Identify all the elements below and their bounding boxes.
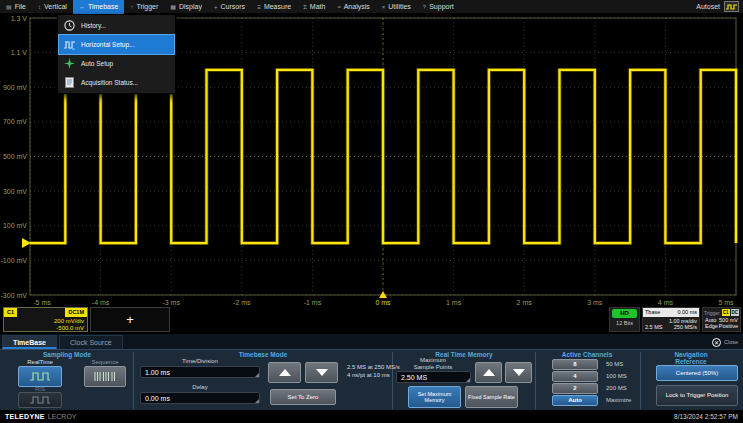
svg-text:500 mV: 500 mV xyxy=(3,153,27,160)
utilities-icon: × xyxy=(382,4,386,10)
section-divider xyxy=(535,352,536,409)
memory-increase-button[interactable] xyxy=(475,362,502,383)
descriptor-row: C1 DC1M 200 mV/div -500.0 mV + HD 12 Bit… xyxy=(0,307,743,333)
memory-decrease-button[interactable] xyxy=(505,362,532,383)
menu-cursors-label: Cursors xyxy=(220,3,245,10)
svg-text:4 ms: 4 ms xyxy=(658,299,674,306)
svg-text:2 ms: 2 ms xyxy=(517,299,533,306)
menu-support-label: Support xyxy=(429,3,454,10)
active-channels-auto-button[interactable]: Auto xyxy=(552,395,598,406)
autoset-button[interactable] xyxy=(724,1,739,12)
svg-text:300 mV: 300 mV xyxy=(3,188,27,195)
up-arrow-icon xyxy=(279,369,291,376)
set-to-zero-button[interactable]: Set To Zero xyxy=(270,389,336,405)
brand-teledyne: TELEDYNE xyxy=(5,413,45,420)
menu-item-acquisition-status[interactable]: Acquisition Status... xyxy=(59,73,174,92)
sequence-segments-icon xyxy=(93,371,117,382)
c1-channel-badge: C1 xyxy=(4,308,17,317)
max-sample-points-field[interactable]: 2.50 MS xyxy=(396,371,471,383)
time-division-label: Time/Division xyxy=(182,358,218,365)
set-maximum-memory-button[interactable]: Set Maximum Memory xyxy=(408,386,461,408)
active-channels-4-button[interactable]: 4 xyxy=(552,371,598,382)
file-icon: ▤ xyxy=(6,3,12,10)
sample-info-line2: 4 ns/pt at 10 ms xyxy=(347,371,400,379)
c1-offset: -500.0 mV xyxy=(4,325,84,332)
timebase-descriptor[interactable]: Tbase 0.00 ms 1.00 ms/div 2.5 MS 250 MS/… xyxy=(642,307,700,332)
menu-analysis[interactable]: ≈Analysis xyxy=(331,0,375,14)
time-division-increase-button[interactable] xyxy=(268,362,301,383)
lock-to-trigger-button[interactable]: Lock to Trigger Position xyxy=(656,385,738,406)
trigger-slope: Positive xyxy=(719,323,738,329)
up-arrow-icon xyxy=(483,369,495,376)
measure-icon: Ξ xyxy=(257,4,261,10)
fixed-sample-rate-button[interactable]: Fixed Sample Rate xyxy=(465,386,518,408)
section-divider xyxy=(392,352,393,409)
close-label: Close xyxy=(724,339,738,345)
vertical-icon: ↕ xyxy=(38,4,41,10)
menu-vertical[interactable]: ↕Vertical xyxy=(32,0,73,14)
navigation-reference-title: Navigation Reference xyxy=(665,351,717,365)
svg-text:0 ms: 0 ms xyxy=(375,299,391,306)
menu-item-horizontal-setup[interactable]: Horizontal Setup... xyxy=(59,35,174,54)
menu-item-history[interactable]: History... xyxy=(59,16,174,35)
auto-setup-icon xyxy=(63,57,76,70)
c1-scale: 200 mV/div xyxy=(4,318,84,325)
menu-trigger[interactable]: ↑Trigger xyxy=(124,0,164,14)
active-channels-auto-memory: Maximize xyxy=(606,397,631,403)
support-icon: ? xyxy=(423,4,426,10)
time-division-field[interactable]: 1.00 ms xyxy=(140,366,260,378)
dialog-tab-bar: TimeBase Clock Source ✕ Close xyxy=(0,334,743,349)
section-divider xyxy=(640,352,641,409)
realtime-mode-button[interactable] xyxy=(18,366,62,387)
menu-measure[interactable]: ΞMeasure xyxy=(251,0,297,14)
menu-utilities[interactable]: ×Utilities xyxy=(376,0,417,14)
down-arrow-icon xyxy=(316,369,328,376)
dialog-close-button[interactable]: ✕ Close xyxy=(712,335,743,349)
dialog-body: Sampling Mode RealTime Sequence RIS Time… xyxy=(0,349,743,410)
trigger-descriptor[interactable]: Trigger C1 DC Auto 500 mV Edge Positive xyxy=(702,307,741,332)
svg-text:1 ms: 1 ms xyxy=(446,299,462,306)
active-channels-8-button[interactable]: 8 xyxy=(552,359,598,370)
add-trace-button[interactable]: + xyxy=(90,307,170,332)
svg-text:-3 ms: -3 ms xyxy=(162,299,180,306)
menu-item-horizontal-setup-label: Horizontal Setup... xyxy=(81,41,134,48)
menu-support[interactable]: ?Support xyxy=(417,0,460,14)
autoset-waveform-icon xyxy=(726,3,737,11)
menu-file[interactable]: ▤File xyxy=(0,0,32,14)
channel-c1-descriptor[interactable]: C1 DC1M 200 mV/div -500.0 mV xyxy=(3,307,88,332)
timebase-dropdown-menu: History... Horizontal Setup... Auto Setu… xyxy=(57,14,176,94)
history-clock-icon xyxy=(63,19,76,32)
time-division-decrease-button[interactable] xyxy=(305,362,338,383)
brand-lecroy: LECROY xyxy=(48,413,77,420)
tab-timebase[interactable]: TimeBase xyxy=(2,335,57,349)
max-sample-points-label-line1: Maximum xyxy=(414,357,453,364)
menu-file-label: File xyxy=(15,3,26,10)
svg-text:5 ms: 5 ms xyxy=(718,299,734,306)
active-channels-2-button[interactable]: 2 xyxy=(552,383,598,394)
menu-timebase-label: Timebase xyxy=(88,3,118,10)
ris-waveform-icon xyxy=(29,395,51,405)
math-icon: Σ xyxy=(303,4,307,10)
delay-field[interactable]: 0.00 ms xyxy=(140,392,260,404)
delay-label: Delay xyxy=(192,384,207,391)
c1-coupling-badge: DC1M xyxy=(65,308,87,317)
menu-display[interactable]: ▦Display xyxy=(164,0,208,14)
menu-analysis-label: Analysis xyxy=(344,3,370,10)
status-bar: TELEDYNE LECROY 8/13/2024 2:52:57 PM xyxy=(0,410,743,423)
trigger-coupling-badge: DC xyxy=(731,309,740,316)
svg-text:100 mV: 100 mV xyxy=(3,222,27,229)
tab-clock-source[interactable]: Clock Source xyxy=(59,335,123,349)
menu-timebase[interactable]: ↔Timebase xyxy=(73,0,124,14)
menu-vertical-label: Vertical xyxy=(44,3,67,10)
menu-cursors[interactable]: +Cursors xyxy=(208,0,251,14)
sequence-mode-button[interactable] xyxy=(84,366,126,387)
menu-math[interactable]: ΣMath xyxy=(297,0,331,14)
timebase-mode-title: Timebase Mode xyxy=(239,351,288,358)
timebase-dialog: TimeBase Clock Source ✕ Close Sampling M… xyxy=(0,334,743,410)
hd-mode-descriptor[interactable]: HD 12 Bits xyxy=(609,307,640,332)
down-arrow-icon xyxy=(513,369,525,376)
centered-button[interactable]: Centered (50%) xyxy=(656,365,738,381)
ris-mode-button[interactable] xyxy=(18,392,62,408)
menu-item-auto-setup[interactable]: Auto Setup xyxy=(59,54,174,73)
svg-text:700 mV: 700 mV xyxy=(3,118,27,125)
